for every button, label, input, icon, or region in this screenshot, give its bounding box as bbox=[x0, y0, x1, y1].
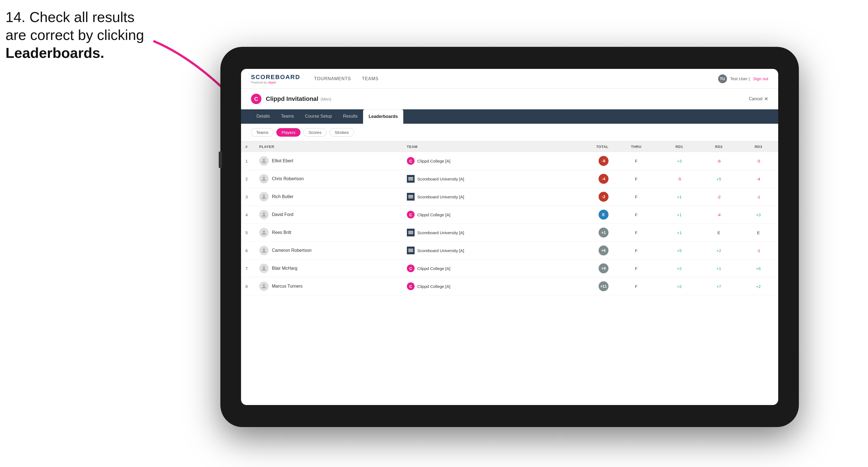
cell-total: -2 bbox=[562, 188, 613, 206]
svg-rect-16 bbox=[408, 249, 413, 250]
tournament-header: C Clippd Invitational (Men) Cancel ✕ bbox=[241, 89, 778, 110]
filter-row: Teams Players Scores Strokes bbox=[241, 124, 778, 141]
tournament-title: Clippd Invitational bbox=[266, 95, 318, 102]
table-row: 6 Cameron Robertson Scoreboard Universit… bbox=[241, 242, 778, 259]
tab-bar: Details Teams Course Setup Results Leade… bbox=[241, 110, 778, 124]
col-rd3: RD3 bbox=[739, 141, 778, 152]
cell-thru: F bbox=[613, 224, 659, 242]
svg-rect-13 bbox=[408, 232, 413, 233]
player-avatar bbox=[259, 174, 269, 184]
tab-teams[interactable]: Teams bbox=[276, 110, 300, 124]
nav-teams[interactable]: TEAMS bbox=[362, 75, 378, 82]
tournament-logo: C bbox=[251, 94, 261, 104]
signout-link[interactable]: Sign out bbox=[753, 76, 768, 81]
cell-team: C Clippd College [A] bbox=[402, 206, 562, 224]
player-name: Rich Butler bbox=[272, 194, 293, 199]
nav-right: TU Test User | Sign out bbox=[718, 74, 768, 83]
table-row: 3 Rich Butler Scoreboard University [A] … bbox=[241, 188, 778, 206]
team-name: Clippd College [A] bbox=[417, 284, 451, 289]
cell-rd2: -6 bbox=[699, 152, 739, 170]
table-row: 7 Blair McHarg C Clippd College [A] +9F+… bbox=[241, 259, 778, 277]
player-name: Chris Robertson bbox=[272, 176, 304, 181]
cell-total: +9 bbox=[562, 259, 613, 277]
logo-brand: clippd bbox=[268, 81, 276, 84]
cell-thru: F bbox=[613, 188, 659, 206]
player-name: David Ford bbox=[272, 212, 293, 217]
team-name: Scoreboard University [A] bbox=[417, 194, 464, 199]
nav-tournaments[interactable]: TOURNAMENTS bbox=[314, 75, 351, 82]
team-name: Clippd College [A] bbox=[417, 266, 451, 271]
cell-rank: 7 bbox=[241, 259, 255, 277]
nav-links: TOURNAMENTS TEAMS bbox=[314, 75, 718, 82]
cell-thru: F bbox=[613, 277, 659, 295]
logo-text: SCOREBOARD bbox=[251, 73, 300, 81]
score-badge: +1 bbox=[598, 227, 609, 238]
team-logo-clippd: C bbox=[407, 211, 414, 218]
cell-team: Scoreboard University [A] bbox=[402, 170, 562, 188]
col-player: PLAYER bbox=[255, 141, 402, 152]
leaderboard-table-container: # PLAYER TEAM TOTAL THRU RD1 RD2 RD3 1 bbox=[241, 141, 778, 405]
cell-thru: F bbox=[613, 206, 659, 224]
table-header: # PLAYER TEAM TOTAL THRU RD1 RD2 RD3 bbox=[241, 141, 778, 152]
score-badge: -4 bbox=[598, 174, 609, 184]
team-logo-clippd: C bbox=[407, 282, 414, 290]
cell-rd2: +2 bbox=[699, 242, 739, 259]
filter-strokes[interactable]: Strokes bbox=[330, 128, 354, 137]
cell-rd3: -1 bbox=[739, 188, 778, 206]
cell-team: Scoreboard University [A] bbox=[402, 224, 562, 242]
player-avatar bbox=[259, 210, 269, 219]
cell-rank: 1 bbox=[241, 152, 255, 170]
player-name: Marcus Turners bbox=[272, 284, 303, 289]
tab-details[interactable]: Details bbox=[251, 110, 276, 124]
filter-teams[interactable]: Teams bbox=[251, 128, 274, 137]
cell-rank: 3 bbox=[241, 188, 255, 206]
cell-rd2: +7 bbox=[699, 277, 739, 295]
cell-rd1: +1 bbox=[659, 224, 699, 242]
col-rd2: RD2 bbox=[699, 141, 739, 152]
tab-course-setup[interactable]: Course Setup bbox=[300, 110, 337, 124]
filter-players[interactable]: Players bbox=[276, 128, 301, 137]
cell-total: +1 bbox=[562, 224, 613, 242]
svg-point-15 bbox=[263, 249, 265, 250]
score-badge: +9 bbox=[598, 263, 609, 273]
score-badge: +6 bbox=[598, 246, 609, 255]
tab-results[interactable]: Results bbox=[337, 110, 363, 124]
cell-thru: F bbox=[613, 242, 659, 259]
svg-rect-3 bbox=[408, 177, 413, 178]
svg-rect-12 bbox=[408, 231, 413, 232]
team-logo-clippd: C bbox=[407, 264, 414, 272]
cell-player: David Ford bbox=[255, 206, 402, 224]
filter-scores[interactable]: Scores bbox=[303, 128, 327, 137]
svg-point-6 bbox=[263, 195, 265, 197]
player-avatar bbox=[259, 282, 269, 291]
team-name: Scoreboard University [A] bbox=[417, 177, 464, 181]
cell-rd2: -4 bbox=[699, 206, 739, 224]
player-avatar bbox=[259, 264, 269, 273]
cancel-button[interactable]: Cancel ✕ bbox=[749, 96, 768, 102]
cell-thru: F bbox=[613, 152, 659, 170]
table-row: 2 Chris Robertson Scoreboard University … bbox=[241, 170, 778, 188]
table-row: 8 Marcus Turners C Clippd College [A] +1… bbox=[241, 277, 778, 295]
user-label: Test User | bbox=[730, 76, 750, 81]
cell-rank: 4 bbox=[241, 206, 255, 224]
cell-rd3: -5 bbox=[739, 152, 778, 170]
player-name: Elliot Ebert bbox=[272, 158, 293, 163]
cell-team: Scoreboard University [A] bbox=[402, 242, 562, 259]
cell-total: +11 bbox=[562, 277, 613, 295]
tab-leaderboards[interactable]: Leaderboards bbox=[363, 110, 403, 124]
cell-total: E bbox=[562, 206, 613, 224]
tablet-device: SCOREBOARD Powered by clippd TOURNAMENTS… bbox=[220, 47, 799, 427]
cell-player: Marcus Turners bbox=[255, 277, 402, 295]
player-avatar bbox=[259, 228, 269, 237]
cell-total: -4 bbox=[562, 170, 613, 188]
cell-total: +6 bbox=[562, 242, 613, 259]
cell-total: -8 bbox=[562, 152, 613, 170]
player-avatar bbox=[259, 246, 269, 255]
table-row: 4 David Ford C Clippd College [A] EF+1-4… bbox=[241, 206, 778, 224]
cell-player: Elliot Ebert bbox=[255, 152, 402, 170]
team-logo-scoreboard bbox=[407, 175, 414, 183]
cell-player: Blair McHarg bbox=[255, 259, 402, 277]
col-rank: # bbox=[241, 141, 255, 152]
svg-rect-17 bbox=[408, 250, 413, 251]
user-avatar: TU bbox=[718, 74, 727, 83]
